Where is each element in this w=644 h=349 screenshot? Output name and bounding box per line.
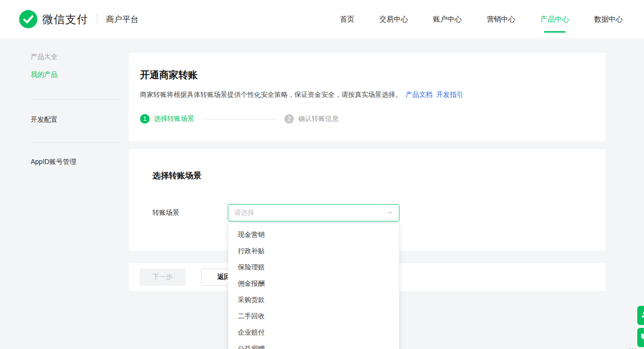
dropdown-option-charity-donation[interactable]: 公益捐赠 [228, 340, 399, 349]
step-2-label: 确认转账信息 [298, 115, 339, 123]
step-1-badge: 1 [140, 114, 150, 124]
dropdown-option-cash-marketing[interactable]: 现金营销 [228, 226, 399, 243]
sidebar-item-dev-config[interactable]: 开发配置 [31, 116, 129, 124]
dropdown-option-admin-subsidy[interactable]: 行政补贴 [228, 243, 399, 259]
header-divider [97, 14, 97, 24]
nav-item-home[interactable]: 首页 [340, 0, 354, 38]
chat-icon [640, 332, 644, 343]
step-2-badge: 2 [284, 114, 294, 124]
select-placeholder: 请选择 [234, 209, 387, 217]
intro-description-text: 商家转账将根据具体转账场景提供个性化安全策略，保证资金安全，请按真实场景选择。 [140, 91, 402, 98]
wechat-pay-logo-icon [19, 10, 37, 28]
nav-item-trade-center[interactable]: 交易中心 [379, 0, 408, 38]
sidebar-item-appid-management[interactable]: AppID账号管理 [31, 158, 129, 166]
form-section-title: 选择转账场景 [152, 170, 582, 181]
main-nav: 首页 交易中心 账户中心 营销中心 产品中心 数据中心 [340, 0, 623, 38]
nav-item-marketing-center[interactable]: 营销中心 [487, 0, 515, 38]
overflow-dots: … [628, 341, 638, 349]
form-card: 选择转账场景 转账场景 请选择 现金营销 行政补贴 保险理赔 佣金报酬 [129, 149, 606, 251]
sidebar-divider [31, 99, 120, 100]
platform-title: 商户平台 [106, 14, 139, 25]
step-indicator: 1 选择转账场景 2 确认转账信息 [140, 114, 586, 124]
feedback-tab[interactable] [637, 328, 644, 347]
transfer-scene-dropdown: 现金营销 行政补贴 保险理赔 佣金报酬 采购货款 二手回收 企业赔付 公益捐赠 [228, 222, 399, 349]
page-body: 产品大全 我的产品 开发配置 AppID账号管理 开通商家转账 商家转账将根据具… [0, 38, 644, 291]
intro-description: 商家转账将根据具体转账场景提供个性化安全策略，保证资金安全，请按真实场景选择。产… [140, 90, 586, 99]
dropdown-option-secondhand-recycle[interactable]: 二手回收 [228, 308, 399, 324]
main-content: 开通商家转账 商家转账将根据具体转账场景提供个性化安全策略，保证资金安全，请按真… [129, 53, 606, 291]
dropdown-option-commission[interactable]: 佣金报酬 [228, 275, 399, 291]
chevron-up-icon [387, 210, 393, 216]
transfer-scene-select[interactable]: 请选择 现金营销 行政补贴 保险理赔 佣金报酬 采购货款 二手回收 企业赔付 [228, 204, 399, 221]
nav-item-account-center[interactable]: 账户中心 [433, 0, 462, 38]
sidebar: 产品大全 我的产品 开发配置 AppID账号管理 [0, 38, 129, 291]
headset-icon [640, 310, 644, 321]
transfer-scene-label: 转账场景 [152, 209, 228, 217]
top-header: 微信支付 商户平台 首页 交易中心 账户中心 营销中心 产品中心 数据中心 [0, 0, 644, 38]
intro-card: 开通商家转账 商家转账将根据具体转账场景提供个性化安全策略，保证资金安全，请按真… [129, 53, 606, 141]
dropdown-option-procurement[interactable]: 采购货款 [228, 291, 399, 308]
sidebar-divider [31, 142, 120, 143]
page-title: 开通商家转账 [140, 69, 586, 81]
sidebar-item-my-products[interactable]: 我的产品 [31, 70, 129, 79]
customer-service-tab[interactable] [637, 306, 644, 325]
dropdown-option-enterprise-compensation[interactable]: 企业赔付 [228, 324, 399, 340]
step-connector [203, 119, 276, 119]
form-row: 转账场景 请选择 现金营销 行政补贴 保险理赔 佣金报酬 采购货款 二 [152, 204, 582, 221]
nav-item-product-center[interactable]: 产品中心 [540, 0, 569, 38]
brand-name: 微信支付 [42, 12, 88, 27]
product-doc-link[interactable]: 产品文档 [406, 91, 433, 98]
nav-item-data-center[interactable]: 数据中心 [594, 0, 623, 38]
next-step-button[interactable]: 下一步 [140, 268, 186, 286]
brand-home-link[interactable]: 微信支付 [19, 10, 88, 28]
dropdown-option-insurance-claim[interactable]: 保险理赔 [228, 259, 399, 275]
dev-guide-link[interactable]: 开发指引 [436, 91, 463, 98]
step-1-label: 选择转账场景 [154, 115, 194, 123]
sidebar-item-product-catalog[interactable]: 产品大全 [31, 53, 129, 61]
